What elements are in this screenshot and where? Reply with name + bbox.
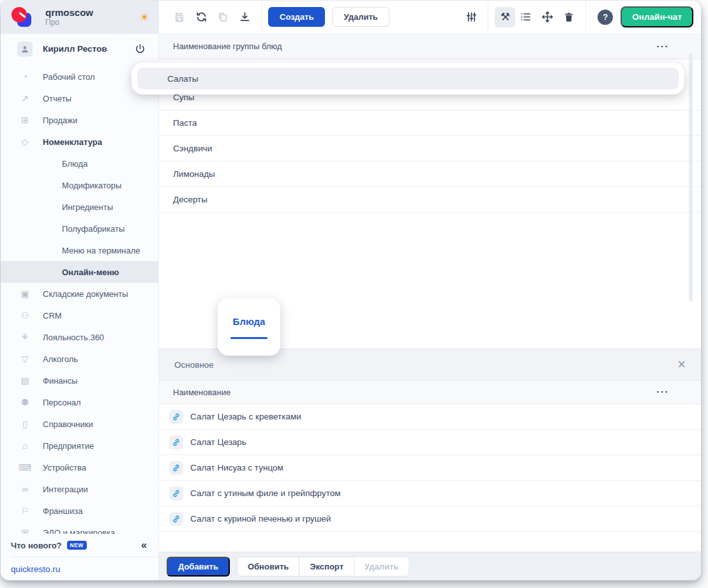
top-toolbar: Создать Удалить ⚒ ? Онлайн-чат xyxy=(159,1,701,34)
dishes-menu-icon[interactable]: ··· xyxy=(657,389,670,395)
sidebar-item[interactable]: ▽ Алкоголь xyxy=(1,348,158,370)
dishes-header-label: Наименование xyxy=(173,388,230,397)
quickresto-logo xyxy=(10,5,34,29)
move-icon[interactable] xyxy=(541,11,554,24)
tools-icon[interactable]: ⚒ xyxy=(495,7,515,27)
group-row[interactable]: Десерты xyxy=(159,187,701,213)
dish-row[interactable]: Салат с утиным филе и грейпфрутом xyxy=(159,481,701,506)
active-tab-callout: Блюда xyxy=(218,298,280,356)
create-button[interactable]: Создать xyxy=(268,7,325,27)
link-icon xyxy=(169,512,183,526)
trash-icon[interactable] xyxy=(562,11,575,24)
details-footer: Добавить Обновить Экспорт Удалить xyxy=(159,552,701,580)
sidebar-item[interactable]: ⌨ Устройства xyxy=(1,456,158,478)
sidebar-header: qrmoscow Про ☀ xyxy=(1,1,158,34)
sidebar-item[interactable]: ▤ Финансы xyxy=(1,370,158,391)
filter-sliders-icon[interactable] xyxy=(465,11,478,24)
sidebar-item[interactable]: ⚉ Персонал xyxy=(1,391,158,413)
group-row[interactable]: Паста xyxy=(159,110,701,136)
app-window: qrmoscow Про ☀ Кирилл Рестов ◔ Рабочий с… xyxy=(1,1,701,580)
user-name: Кирилл Рестов xyxy=(43,44,107,54)
user-row[interactable]: Кирилл Рестов xyxy=(1,34,158,64)
download-icon[interactable] xyxy=(238,11,251,24)
groups-table-header: Наименование группы блюд ··· xyxy=(159,34,701,59)
group-row-salaty[interactable]: Салаты xyxy=(137,68,679,89)
alcohol-icon: ▽ xyxy=(17,354,33,364)
online-chat-button[interactable]: Онлайн-чат xyxy=(621,6,693,27)
copy-icon[interactable] xyxy=(216,11,229,24)
dishes-table-header: Наименование ··· xyxy=(159,381,701,404)
sidebar-item[interactable]: ▯ Справочники xyxy=(1,413,158,435)
sidebar-footer: Что нового? NEW « quickresto.ru xyxy=(1,534,158,580)
sidebar-item[interactable]: ∞ Интеграции xyxy=(1,478,158,500)
sales-icon: ⊞ xyxy=(17,115,33,125)
dish-row[interactable]: Салат Цезарь xyxy=(159,430,701,455)
dish-row[interactable]: Салат с куриной печенью и грушей xyxy=(159,506,701,532)
tab-osnovnoe[interactable]: Основное xyxy=(174,360,214,370)
quickresto-site-link[interactable]: quickresto.ru xyxy=(1,557,158,580)
groups-scrollbar[interactable] xyxy=(689,54,693,301)
main-area: Создать Удалить ⚒ ? Онлайн-чат Наименова… xyxy=(159,1,701,580)
export-button[interactable]: Экспорт xyxy=(299,557,354,577)
link-icon xyxy=(169,435,183,449)
warehouse-icon: ▣ xyxy=(17,289,33,299)
tab-active-underline xyxy=(230,337,267,339)
list-view-icon[interactable] xyxy=(519,11,532,24)
sidebar-item[interactable]: ⌂ Предприятие xyxy=(1,435,158,456)
crm-icon: ⚇ xyxy=(17,310,33,320)
sidebar-item[interactable]: Онлайн-меню xyxy=(1,261,158,283)
integrations-icon: ∞ xyxy=(17,484,33,494)
staff-icon: ⚉ xyxy=(17,397,33,407)
help-icon[interactable]: ? xyxy=(598,10,613,25)
theme-brightness-icon[interactable]: ☀ xyxy=(140,11,149,24)
devices-icon: ⌨ xyxy=(17,462,33,472)
delete-dish-button[interactable]: Удалить xyxy=(354,557,409,577)
sidebar-item[interactable]: ◇ Номенклатура xyxy=(1,131,158,153)
sidebar-nav: ◔ Рабочий стол ↗ Отчеты ⊞ Продажи ◇ Номе… xyxy=(1,64,158,534)
link-icon xyxy=(169,461,183,475)
franchise-icon: ⚐ xyxy=(17,506,33,516)
finance-icon: ▤ xyxy=(17,375,33,386)
sidebar-item[interactable]: ▣ Складские документы xyxy=(1,283,158,305)
reports-icon: ↗ xyxy=(17,93,33,103)
org-plan: Про xyxy=(45,19,93,27)
sidebar-item[interactable]: ⚇ CRM xyxy=(1,305,158,326)
dish-row[interactable]: Салат Цезарь с креветками xyxy=(159,404,701,430)
collapse-sidebar-icon[interactable]: « xyxy=(141,539,147,551)
directories-icon: ▯ xyxy=(17,419,33,429)
sidebar-item[interactable]: Полуфабрикаты xyxy=(1,218,158,239)
groups-menu-icon[interactable]: ··· xyxy=(657,43,670,50)
group-row[interactable]: Лимонады xyxy=(159,162,701,187)
new-badge: NEW xyxy=(67,541,87,550)
link-icon xyxy=(169,486,183,501)
edo-icon: ✉ xyxy=(17,527,33,534)
refresh-icon[interactable] xyxy=(195,11,207,24)
save-icon[interactable] xyxy=(173,11,186,24)
add-button[interactable]: Добавить xyxy=(167,557,230,577)
delete-button[interactable]: Удалить xyxy=(332,7,389,27)
groups-header-label: Наименование группы блюд xyxy=(173,41,282,51)
sidebar-item[interactable]: Ингредиенты xyxy=(1,196,158,218)
sidebar-item[interactable]: ⚐ Франшиза xyxy=(1,500,158,522)
group-row[interactable]: Сэндвичи xyxy=(159,136,701,162)
whats-new-link[interactable]: Что нового? xyxy=(11,541,62,550)
sidebar-item[interactable]: Блюда xyxy=(1,153,158,174)
sidebar-item[interactable]: ⚘ Лояльность.360 xyxy=(1,326,158,348)
user-avatar-icon xyxy=(17,41,33,57)
close-icon[interactable]: × xyxy=(677,359,686,370)
sidebar-item[interactable]: Меню на терминале xyxy=(1,239,158,261)
sidebar-item[interactable]: Модификаторы xyxy=(1,174,158,196)
sidebar-item[interactable]: ✉ ЭДО и маркировка xyxy=(1,522,158,534)
highlighted-row-callout: Салаты xyxy=(132,63,684,94)
sidebar-item[interactable]: ⊞ Продажи xyxy=(1,109,158,131)
loyalty-icon: ⚘ xyxy=(17,332,33,342)
dishes-table-body: Салат Цезарь с креветками Салат Цезарь С… xyxy=(159,404,701,532)
refresh-button[interactable]: Обновить xyxy=(237,557,299,577)
logout-power-icon[interactable] xyxy=(135,43,146,54)
link-icon xyxy=(169,410,183,424)
org-name: qrmoscow xyxy=(45,7,93,18)
dish-row[interactable]: Салат Нисуаз с тунцом xyxy=(159,455,701,481)
dashboard-icon: ◔ xyxy=(17,72,33,82)
nomenclature-icon: ◇ xyxy=(17,137,33,147)
tab-blyuda[interactable]: Блюда xyxy=(233,316,266,327)
